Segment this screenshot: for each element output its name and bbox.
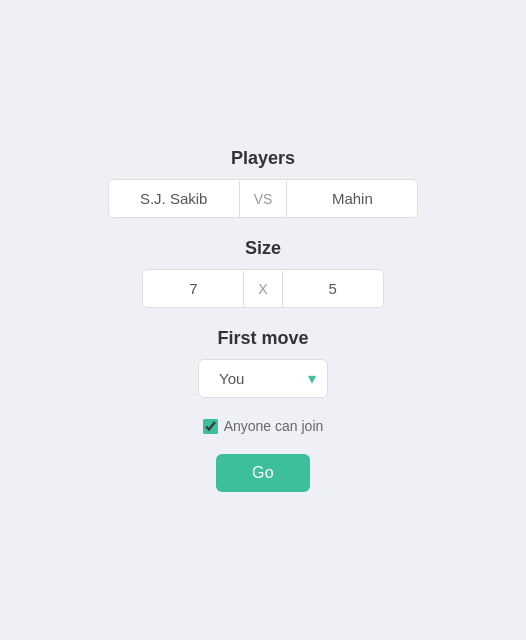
vs-divider: VS [239,181,288,217]
anyone-can-join-label[interactable]: Anyone can join [224,418,324,434]
size-title: Size [142,238,383,259]
go-button[interactable]: Go [216,454,310,492]
size-height: 5 [283,270,383,307]
players-section: Players S.J. Sakib VS Mahin [108,148,419,218]
players-row: S.J. Sakib VS Mahin [108,179,419,218]
first-move-dropdown-wrapper: You Opponent ▾ [198,359,328,398]
first-move-title: First move [217,328,308,349]
game-setup-card: Players S.J. Sakib VS Mahin Size 7 X 5 F… [108,148,419,492]
first-move-select[interactable]: You Opponent [198,359,328,398]
player1-name: S.J. Sakib [109,180,239,217]
players-title: Players [108,148,419,169]
player2-name: Mahin [287,180,417,217]
anyone-can-join-checkbox[interactable] [203,419,218,434]
size-row: 7 X 5 [142,269,383,308]
first-move-section: First move You Opponent ▾ [198,328,328,398]
size-width: 7 [143,270,243,307]
size-section: Size 7 X 5 [142,238,383,308]
x-divider: X [243,271,282,307]
anyone-can-join-row: Anyone can join [203,418,324,434]
